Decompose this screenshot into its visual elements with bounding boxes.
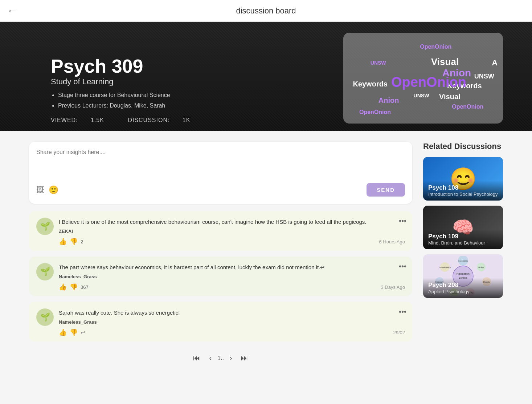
- like-count: 367: [81, 284, 89, 290]
- related-cards: 😊 Psych 108 Introduction to Social Psych…: [423, 157, 503, 298]
- word-cloud-word: Anion: [378, 96, 399, 105]
- comment-header: 🌱 I Believe it is one of the most compre…: [36, 218, 405, 246]
- like-button[interactable]: 👍: [59, 328, 67, 336]
- sidebar-title: Related Discussions: [423, 142, 503, 151]
- related-card-title: Psych 108: [428, 184, 498, 191]
- hero-content: Psych 309 Study of Learning Stage three …: [0, 55, 212, 131]
- related-card-title: Psych 208: [428, 282, 498, 289]
- compose-input[interactable]: [36, 149, 405, 178]
- comment-text: The part where says behaviour economics,…: [59, 263, 405, 272]
- word-cloud-word: Visual: [431, 56, 459, 68]
- like-count: 2: [81, 239, 83, 245]
- hero-course-code: Psych 309: [51, 55, 212, 77]
- word-cloud-word: OpenOnion: [359, 109, 391, 116]
- comment-header: 🌱 The part where says behaviour economic…: [36, 263, 405, 291]
- comment-text: I Believe it is one of the most comprehe…: [59, 218, 405, 226]
- comment-username: Nameless_Grass: [59, 319, 405, 325]
- word-cloud: OpenOnionVisualUNSWAnionKeywordsAUNSWOpe…: [343, 33, 503, 124]
- svg-text:Autonomy: Autonomy: [458, 260, 468, 262]
- related-card[interactable]: 🧠 Psych 109 Mind, Brain, and Behaviour: [423, 206, 503, 249]
- comment-body: The part where says behaviour economics,…: [59, 263, 405, 291]
- sidebar: Related Discussions 😊 Psych 108 Introduc…: [423, 142, 503, 303]
- comment-time: 6 Hours Ago: [379, 239, 405, 245]
- hero-banner: OpenOnionVisualUNSWAnionKeywordsAUNSWOpe…: [0, 22, 532, 131]
- next-page-button[interactable]: ›: [227, 352, 235, 364]
- related-card-subtitle: Introduction to Social Psychology: [428, 191, 498, 197]
- like-button[interactable]: 👍: [59, 238, 67, 246]
- hero-bullets: Stage three course for Behavioural Scien…: [51, 90, 212, 111]
- compose-box: 🖼 🙂 SEND: [29, 142, 412, 204]
- related-card[interactable]: Research Ethics Autonomy Rules Dignity C…: [423, 254, 503, 298]
- page-title: discussion board: [236, 6, 296, 16]
- discussion-stat: DISCUSSION: 1K: [128, 117, 201, 123]
- hero-bullet: Previous Lecturers: Douglas, Mike, Sarah: [58, 101, 212, 111]
- main-layout: 🖼 🙂 SEND ••• 🌱 I Believe it is one of th…: [0, 131, 532, 382]
- word-cloud-word: OpenOnion: [391, 74, 466, 90]
- word-cloud-word: UNSW: [474, 73, 494, 80]
- send-button[interactable]: SEND: [367, 183, 405, 197]
- reply-icon: ↩: [81, 329, 85, 336]
- avatar: 🌱: [36, 218, 54, 235]
- comment-username: Nameless_Grass: [59, 274, 405, 279]
- dislike-button[interactable]: 👎: [70, 328, 78, 336]
- comment-body: Sarah was really cute. She is always so …: [59, 308, 405, 336]
- word-cloud-word: Keywords: [353, 80, 388, 88]
- viewed-stat: VIEWED: 1.5K: [51, 117, 115, 123]
- more-options-button[interactable]: •••: [399, 308, 406, 316]
- hero-course-name: Study of Learning: [51, 77, 212, 86]
- word-cloud-word: OpenOnion: [420, 44, 451, 50]
- related-card[interactable]: 😊 Psych 108 Introduction to Social Psych…: [423, 157, 503, 201]
- more-options-button[interactable]: •••: [399, 217, 406, 225]
- word-cloud-word: OpenOnion: [452, 104, 483, 110]
- comment-time: 3 Days Ago: [381, 284, 405, 290]
- pagination: ⏮ ‹ 1.. › ⏭: [29, 347, 412, 371]
- comment-body: I Believe it is one of the most comprehe…: [59, 218, 405, 246]
- comment-text: Sarah was really cute. She is always so …: [59, 308, 405, 317]
- current-page: 1..: [217, 355, 224, 361]
- word-cloud-word: A: [492, 58, 498, 68]
- comment-username: ZEKAI: [59, 229, 405, 234]
- back-button[interactable]: ←: [7, 5, 17, 16]
- comment-card: ••• 🌱 The part where says behaviour econ…: [29, 256, 412, 296]
- svg-text:Beneficence: Beneficence: [439, 266, 451, 268]
- dislike-button[interactable]: 👎: [70, 283, 78, 291]
- related-card-overlay: Psych 108 Introduction to Social Psychol…: [423, 181, 503, 201]
- first-page-button[interactable]: ⏮: [190, 352, 203, 364]
- word-cloud-word: UNSW: [371, 60, 386, 66]
- comments-container: ••• 🌱 I Believe it is one of the most co…: [29, 211, 412, 342]
- image-icon[interactable]: 🖼: [36, 185, 44, 195]
- header: ← discussion board: [0, 0, 532, 22]
- comment-actions: 👍 👎 2 6 Hours Ago: [59, 238, 405, 246]
- related-card-subtitle: Applied Psychology: [428, 289, 498, 294]
- comment-card: ••• 🌱 I Believe it is one of the most co…: [29, 211, 412, 251]
- word-cloud-word: Visual: [439, 93, 461, 101]
- comment-time: 29/02: [393, 330, 405, 335]
- comment-actions: 👍 👎 367 3 Days Ago: [59, 283, 405, 291]
- word-cloud-word: UNSW: [414, 93, 429, 98]
- dislike-button[interactable]: 👎: [70, 238, 78, 246]
- prev-page-button[interactable]: ‹: [206, 352, 214, 364]
- comment-card: ••• 🌱 Sarah was really cute. She is alwa…: [29, 302, 412, 342]
- avatar: 🌱: [36, 263, 54, 280]
- avatar: 🌱: [36, 308, 54, 326]
- svg-text:Research: Research: [457, 272, 470, 275]
- related-card-subtitle: Mind, Brain, and Behaviour: [428, 240, 498, 246]
- comment-actions: 👍 👎 ↩ 29/02: [59, 328, 405, 336]
- last-page-button[interactable]: ⏭: [238, 352, 251, 364]
- more-options-button[interactable]: •••: [399, 262, 406, 271]
- related-card-overlay: Psych 208 Applied Psychology: [423, 278, 503, 298]
- emoji-icon[interactable]: 🙂: [49, 185, 58, 195]
- hero-stats: VIEWED: 1.5K DISCUSSION: 1K: [51, 117, 212, 124]
- related-card-overlay: Psych 109 Mind, Brain, and Behaviour: [423, 229, 503, 249]
- comment-header: 🌱 Sarah was really cute. She is always s…: [36, 308, 405, 336]
- discussion-panel: 🖼 🙂 SEND ••• 🌱 I Believe it is one of th…: [29, 142, 412, 371]
- svg-text:Rules: Rules: [478, 266, 484, 268]
- related-card-title: Psych 109: [428, 233, 498, 240]
- like-button[interactable]: 👍: [59, 283, 67, 291]
- compose-footer: 🖼 🙂 SEND: [36, 183, 405, 197]
- hero-bullet: Stage three course for Behavioural Scien…: [58, 90, 212, 101]
- word-cloud-box: OpenOnionVisualUNSWAnionKeywordsAUNSWOpe…: [343, 33, 503, 124]
